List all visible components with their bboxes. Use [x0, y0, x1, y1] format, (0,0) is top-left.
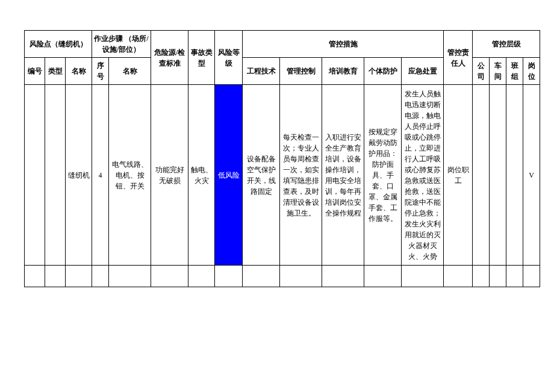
empty-cell: [402, 266, 444, 287]
hdr-risk-level: 风险等级: [215, 31, 243, 85]
cell-hazard: 功能完好无破损: [151, 85, 188, 266]
empty-cell: [25, 266, 45, 287]
hdr-eng: 工程技术: [243, 58, 280, 85]
hdr-accident: 事故类型: [188, 31, 215, 85]
hdr-team: 班组: [506, 58, 523, 85]
hdr-emerg: 应急处置: [402, 58, 444, 85]
hdr-responsible: 管控责任人: [444, 31, 473, 85]
cell-post: V: [523, 85, 540, 266]
hdr-work-step: 作业步骤 （场所/设施/部位）: [92, 31, 151, 58]
cell-workshop: [490, 85, 506, 266]
cell-accident: 触电、火灾: [188, 85, 215, 266]
empty-cell: [92, 266, 109, 287]
hdr-train: 培训教育: [322, 58, 364, 85]
hdr-rp-no: 编号: [25, 58, 45, 85]
data-row-1: 缝纫机 4 电气线路、电机、按钮、开关 功能完好无破损 触电、火灾 低风险 设备…: [25, 85, 540, 266]
hdr-rp-name: 名称: [66, 58, 92, 85]
empty-cell: [523, 266, 540, 287]
empty-cell: [280, 266, 322, 287]
hdr-hazard: 危险源/检查标准: [151, 31, 188, 85]
hdr-mgmt: 管理控制: [280, 58, 322, 85]
hdr-step-seq: 序号: [92, 58, 109, 85]
cell-rp-no: [25, 85, 45, 266]
empty-cell: [473, 266, 490, 287]
empty-cell: [444, 266, 473, 287]
risk-control-table: 风险点（缝纫机） 作业步骤 （场所/设施/部位） 危险源/检查标准 事故类型 风…: [24, 30, 540, 287]
hdr-control-level: 管控层级: [473, 31, 540, 58]
empty-cell: [109, 266, 151, 287]
empty-cell: [364, 266, 402, 287]
cell-responsible: 岗位职工: [444, 85, 473, 266]
empty-cell: [151, 266, 188, 287]
cell-management: 每天检查一次；专业人员每周检查一次，如实填写隐患排查表，及时清理设备设施卫生。: [280, 85, 322, 266]
cell-engineering: 设备配备空气保护开关，线路固定: [243, 85, 280, 266]
empty-cell: [322, 266, 364, 287]
empty-cell: [215, 266, 243, 287]
hdr-ppe: 个体防护: [364, 58, 402, 85]
data-row-2: [25, 266, 540, 287]
empty-cell: [490, 266, 506, 287]
empty-cell: [243, 266, 280, 287]
cell-ppe: 按规定穿戴劳动防护用品：防护面具、手套、口罩、金属手套、工作服等。: [364, 85, 402, 266]
cell-rp-name: 缝纫机: [66, 85, 92, 266]
cell-team: [506, 85, 523, 266]
cell-risk-level: 低风险: [215, 85, 243, 266]
cell-emergency: 发生人员触电迅速切断电源，触电人员停止呼吸或心跳停止，立即进行人工呼吸或心肺复苏…: [402, 85, 444, 266]
cell-company: [473, 85, 490, 266]
empty-cell: [45, 266, 66, 287]
cell-rp-type: [45, 85, 66, 266]
cell-training: 入职进行安全生产教育培训，设备操作培训，用电安全培训，每年再培训岗位安全操作规程: [322, 85, 364, 266]
hdr-measures: 管控措施: [243, 31, 444, 58]
empty-cell: [506, 266, 523, 287]
header-row-1: 风险点（缝纫机） 作业步骤 （场所/设施/部位） 危险源/检查标准 事故类型 风…: [25, 31, 540, 58]
cell-step-seq: 4: [92, 85, 109, 266]
empty-cell: [66, 266, 92, 287]
hdr-workshop: 车间: [490, 58, 506, 85]
hdr-company: 公司: [473, 58, 490, 85]
hdr-step-name: 名称: [109, 58, 151, 85]
hdr-post: 岗位: [523, 58, 540, 85]
empty-cell: [188, 266, 215, 287]
hdr-risk-point: 风险点（缝纫机）: [25, 31, 92, 58]
hdr-rp-type: 类型: [45, 58, 66, 85]
cell-step-name: 电气线路、电机、按钮、开关: [109, 85, 151, 266]
